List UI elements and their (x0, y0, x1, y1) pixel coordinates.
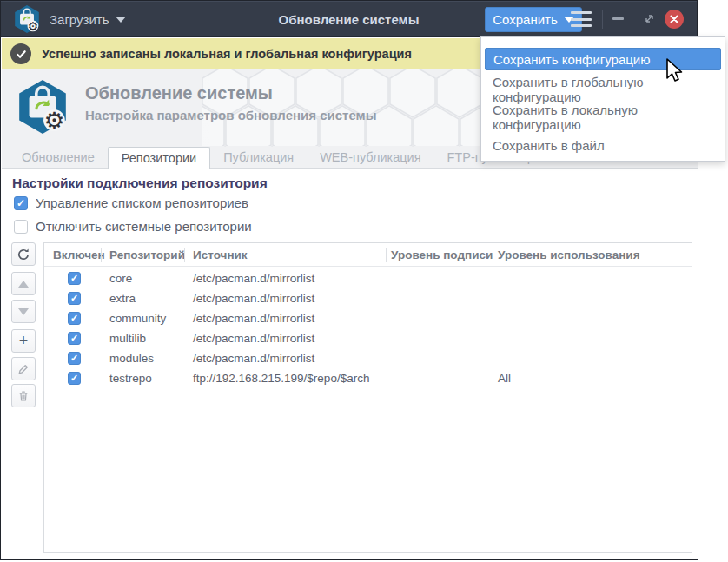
row-enabled-checkbox[interactable] (68, 332, 81, 345)
table-row[interactable]: extra /etc/pacman.d/mirrorlist (44, 288, 692, 308)
move-down-icon (18, 308, 29, 315)
table-row[interactable]: community /etc/pacman.d/mirrorlist (44, 308, 692, 328)
column-source[interactable]: Источник (193, 243, 248, 267)
repo-name: core (109, 268, 132, 288)
column-enabled[interactable]: Включен (53, 243, 105, 267)
tab-content: Настройки подключения репозитория Управл… (2, 169, 698, 559)
add-icon: + (19, 333, 29, 348)
menu-item-save-configuration[interactable]: Сохранить конфигурацию (485, 48, 721, 70)
repo-name: community (109, 308, 166, 328)
column-divider (493, 248, 493, 262)
table-row[interactable]: testrepo ftp://192.168.215.199/$repo/$ar… (44, 368, 692, 388)
header-subtitle: Настройка параметров обновления системы (85, 108, 377, 122)
repo-source: /etc/pacman.d/mirrorlist (193, 268, 314, 288)
table-row[interactable]: core /etc/pacman.d/mirrorlist (44, 268, 692, 288)
app-icon: ⚙ (11, 4, 43, 34)
section-heading: Настройки подключения репозитория (12, 175, 268, 191)
save-dropdown-menu: Сохранить конфигурацию Сохранить в глоба… (480, 36, 725, 162)
titlebar-separator (602, 10, 603, 29)
delete-repo-button[interactable] (11, 384, 36, 407)
repo-source: /etc/pacman.d/mirrorlist (193, 348, 314, 368)
repositories-table: Включен Репозиторий Источник Уровень под… (43, 242, 692, 553)
notification-text: Успешно записаны локальная и глобальная … (42, 47, 412, 61)
menu-item-save-local-configuration[interactable]: Сохранить в локальную конфигурацию (485, 103, 721, 131)
row-enabled-checkbox[interactable] (68, 372, 81, 385)
row-enabled-checkbox[interactable] (68, 292, 81, 305)
edit-repo-button[interactable] (11, 357, 36, 380)
chevron-down-icon (116, 17, 126, 23)
option-label: Отключить системные репозитории (36, 219, 252, 234)
repo-source: /etc/pacman.d/mirrorlist (193, 288, 314, 308)
column-usage-level[interactable]: Уровень использования (498, 243, 640, 267)
disable-system-repos-checkbox[interactable] (14, 220, 28, 234)
repo-source: /etc/pacman.d/mirrorlist (193, 308, 314, 328)
repo-name: multilib (109, 328, 146, 348)
column-divider (184, 248, 185, 262)
column-divider (386, 248, 387, 262)
table-header: Включен Репозиторий Источник Уровень под… (44, 243, 692, 267)
refresh-icon (17, 248, 30, 261)
row-enabled-checkbox[interactable] (68, 352, 81, 365)
option-manage-repo-list[interactable]: Управление списком репозиториев (14, 195, 248, 210)
titlebar: ⚙ Загрузить Обновление системы Сохранить (1, 1, 697, 37)
refresh-button[interactable] (11, 242, 36, 266)
table-row[interactable]: modules /etc/pacman.d/mirrorlist (44, 348, 692, 368)
tab-repositories[interactable]: Репозитории (108, 147, 210, 169)
save-dropdown-button[interactable]: Сохранить (485, 7, 582, 32)
close-button[interactable] (665, 10, 684, 29)
add-repo-button[interactable]: + (11, 329, 36, 353)
delete-icon (17, 390, 30, 402)
option-label: Управление списком репозиториев (36, 195, 248, 210)
load-dropdown-button[interactable]: Загрузить (50, 1, 126, 37)
close-icon (670, 15, 678, 23)
edit-icon (17, 363, 30, 375)
move-down-button[interactable] (11, 300, 36, 323)
column-divider (101, 248, 102, 262)
repo-name: testrepo (109, 368, 152, 388)
row-enabled-checkbox[interactable] (68, 272, 81, 285)
minimize-button[interactable] (612, 17, 624, 20)
tab-update[interactable]: Обновление (9, 147, 108, 168)
menu-icon[interactable] (571, 11, 592, 27)
svg-text:⚙: ⚙ (43, 107, 64, 134)
save-button-label: Сохранить (493, 12, 558, 27)
repo-usage-level: All (498, 368, 511, 388)
tab-publication[interactable]: Публикация (210, 147, 307, 168)
move-up-icon (18, 281, 29, 288)
repo-source: /etc/pacman.d/mirrorlist (193, 328, 314, 348)
success-check-icon (10, 43, 31, 64)
row-enabled-checkbox[interactable] (68, 312, 81, 325)
system-update-app-icon: ⚙ (13, 78, 72, 136)
column-sign-level[interactable]: Уровень подписи (391, 243, 493, 267)
menu-item-save-global-configuration[interactable]: Сохранить в глобальную конфигурацию (485, 76, 721, 103)
maximize-button[interactable] (644, 13, 655, 24)
header-title: Обновление системы (85, 83, 273, 103)
column-repository[interactable]: Репозиторий (109, 243, 185, 267)
move-up-button[interactable] (11, 272, 36, 295)
svg-text:⚙: ⚙ (28, 19, 38, 33)
table-row[interactable]: multilib /etc/pacman.d/mirrorlist (44, 328, 692, 348)
tab-web-publication[interactable]: WEB-публикация (307, 147, 433, 168)
repo-name: extra (109, 288, 136, 308)
manage-repo-list-checkbox[interactable] (14, 196, 28, 210)
option-disable-system-repos[interactable]: Отключить системные репозитории (14, 219, 252, 234)
repo-name: modules (109, 348, 154, 368)
repo-source: ftp://192.168.215.199/$repo/$arch (193, 368, 369, 388)
load-dropdown-label: Загрузить (50, 12, 109, 27)
menu-item-save-to-file[interactable]: Сохранить в файл (485, 131, 721, 159)
